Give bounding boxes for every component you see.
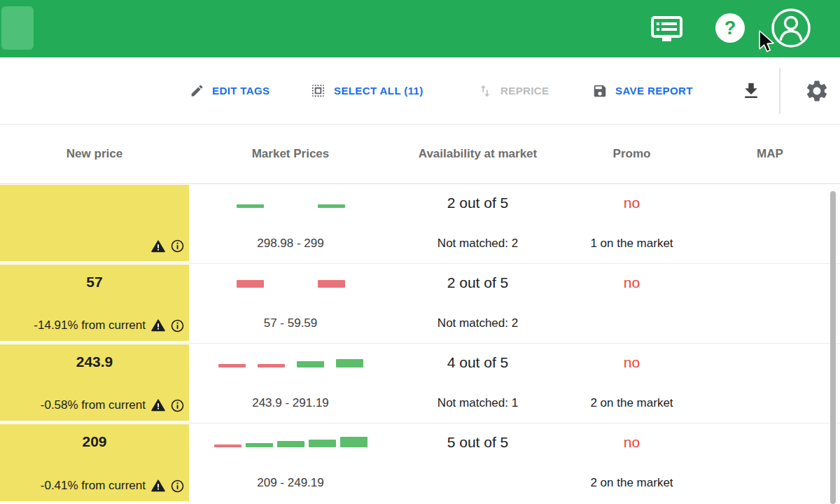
new-price-value: [5, 194, 184, 211]
account-avatar-icon[interactable]: [770, 7, 812, 49]
availability-cell: 4 out of 5 Not matched: 1: [392, 344, 564, 423]
promo-cell: no 2 on the market: [564, 424, 700, 503]
new-price-box[interactable]: 243.9 -0.58% from current: [0, 344, 189, 421]
availability-sub: Not matched: 2: [438, 236, 518, 251]
info-icon[interactable]: [171, 239, 184, 253]
warning-icon: [151, 240, 165, 253]
market-range: 209 - 249.19: [257, 476, 323, 490]
availability-count: 2 out of 5: [447, 194, 509, 211]
map-cell: [700, 344, 840, 423]
import-export-arrows-icon: [477, 83, 493, 99]
new-price-cell: 243.9 -0.58% from current: [0, 344, 189, 423]
save-report-button[interactable]: SAVE REPORT: [592, 57, 693, 124]
warning-icon: [151, 319, 165, 332]
availability-count: 4 out of 5: [447, 354, 509, 371]
table-row[interactable]: 57 -14.91% from current: [0, 264, 840, 344]
market-range: 243.9 - 291.19: [252, 396, 329, 410]
map-cell: [700, 264, 840, 343]
new-price-value: 209: [5, 433, 184, 450]
promo-value: no: [624, 433, 640, 451]
table-row[interactable]: 209 -0.41% from current: [0, 424, 840, 503]
price-change: -0.41% from current: [41, 479, 146, 493]
app-logo[interactable]: [1, 6, 34, 50]
info-icon[interactable]: [171, 319, 184, 332]
market-bars: [189, 184, 392, 208]
new-price-box[interactable]: 57 -14.91% from current: [0, 265, 189, 341]
warning-icon: [151, 399, 165, 412]
market-prices-cell: 243.9 - 291.19: [189, 344, 392, 423]
promo-value: no: [624, 354, 640, 371]
price-change: -0.58% from current: [41, 398, 146, 412]
reprice-button[interactable]: REPRICE: [477, 57, 549, 124]
price-bar: [309, 440, 336, 447]
toolbar-divider: [779, 68, 780, 114]
new-price-cell: 209 -0.41% from current: [0, 424, 189, 503]
promo-sub: 1 on the market: [590, 236, 673, 251]
app-bar: ?: [0, 0, 840, 57]
promo-cell: no 2 on the market: [564, 344, 700, 423]
edit-tags-button[interactable]: EDIT TAGS: [190, 57, 270, 124]
availability-cell: 5 out of 5: [392, 424, 564, 503]
availability-count: 5 out of 5: [447, 433, 509, 451]
market-bars: [189, 424, 392, 447]
availability-sub: Not matched: 1: [438, 396, 518, 411]
price-bar: [237, 204, 264, 208]
vertical-scrollbar[interactable]: [830, 191, 836, 504]
help-glyph: ?: [724, 18, 736, 39]
price-bar: [277, 441, 304, 447]
gear-icon: [804, 78, 830, 104]
availability-count: 2 out of 5: [447, 274, 509, 291]
save-report-label: SAVE REPORT: [615, 85, 693, 97]
price-bar: [318, 280, 345, 288]
price-bar: [237, 280, 264, 288]
market-bars: [189, 264, 392, 288]
market-prices-cell: 209 - 249.19: [189, 424, 392, 503]
price-bar: [218, 364, 246, 368]
table-header: New price Market Prices Availability at …: [0, 125, 840, 184]
price-bar: [258, 364, 285, 368]
settings-button[interactable]: [804, 57, 830, 124]
market-range: 298.98 - 299: [257, 237, 323, 251]
table-body: 298.98 - 299 2 out of 5 Not matched: 2 n…: [0, 184, 840, 503]
column-header-market-prices[interactable]: Market Prices: [189, 147, 392, 161]
select-all-label: SELECT ALL (11): [334, 85, 424, 97]
promo-sub: 2 on the market: [590, 396, 673, 411]
new-price-box[interactable]: [0, 185, 189, 261]
display-list-icon[interactable]: [651, 16, 682, 43]
pencil-icon: [190, 83, 204, 98]
info-icon[interactable]: [171, 399, 184, 412]
warning-icon: [151, 479, 165, 492]
new-price-cell: [0, 184, 189, 263]
edit-tags-label: EDIT TAGS: [212, 85, 270, 97]
map-cell: [700, 184, 840, 263]
price-bar: [297, 361, 324, 368]
market-bars: [189, 344, 392, 368]
info-icon[interactable]: [171, 479, 184, 493]
market-range: 57 - 59.59: [264, 316, 318, 330]
column-header-availability[interactable]: Availability at market: [392, 147, 564, 161]
table-row[interactable]: 243.9 -0.58% from current: [0, 344, 840, 424]
new-price-value: 57: [5, 274, 184, 290]
download-icon: [741, 80, 762, 102]
new-price-box[interactable]: 209 -0.41% from current: [0, 424, 189, 501]
new-price-value: 243.9: [5, 354, 184, 370]
column-header-promo[interactable]: Promo: [564, 147, 700, 161]
promo-sub: 2 on the market: [590, 475, 673, 491]
price-bar: [246, 443, 273, 447]
price-bar: [214, 444, 241, 447]
promo-value: no: [624, 274, 640, 291]
table-row[interactable]: 298.98 - 299 2 out of 5 Not matched: 2 n…: [0, 184, 840, 264]
column-header-new-price[interactable]: New price: [0, 147, 189, 161]
promo-value: no: [624, 194, 640, 211]
reprice-label: REPRICE: [500, 85, 549, 97]
market-prices-cell: 57 - 59.59: [189, 264, 392, 343]
promo-cell: no 1 on the market: [564, 184, 700, 263]
column-header-map[interactable]: MAP: [700, 147, 840, 161]
download-button[interactable]: [741, 57, 762, 124]
availability-sub: Not matched: 2: [438, 316, 518, 331]
price-bar: [318, 204, 345, 208]
price-bar: [340, 437, 368, 447]
select-all-button[interactable]: SELECT ALL (11): [310, 57, 424, 124]
map-cell: [700, 424, 840, 503]
help-icon[interactable]: ?: [715, 13, 745, 43]
